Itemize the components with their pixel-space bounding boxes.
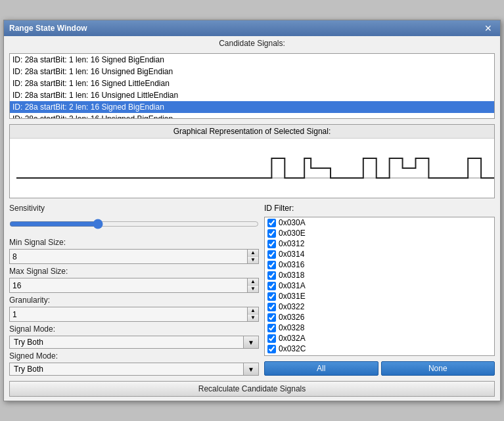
id-filter-checkbox[interactable]: [267, 219, 276, 227]
id-filter-item[interactable]: 0x031A: [265, 280, 494, 291]
id-filter-checkbox[interactable]: [267, 282, 276, 290]
max-signal-down-button[interactable]: ▼: [248, 286, 258, 292]
min-signal-row: Min Signal Size: ▲ ▼: [9, 238, 259, 264]
id-filter-item[interactable]: 0x0318: [265, 270, 494, 280]
id-filter-item[interactable]: 0x031E: [265, 291, 494, 301]
signed-mode-input[interactable]: [10, 363, 243, 375]
granularity-spin-buttons: ▲ ▼: [247, 307, 258, 321]
signal-mode-label: Signal Mode:: [9, 324, 259, 334]
id-filter-item-label: 0x0326: [279, 313, 304, 322]
signed-mode-dropdown-button[interactable]: ▼: [243, 363, 258, 375]
window-title: Range State Window: [9, 24, 87, 33]
filter-buttons: All None: [264, 361, 495, 376]
id-filter-item[interactable]: 0x030E: [265, 228, 494, 238]
max-signal-label: Max Signal Size:: [9, 267, 259, 277]
max-signal-up-button[interactable]: ▲: [248, 278, 258, 286]
id-filter-item[interactable]: 0x030A: [265, 217, 494, 228]
id-filter-item-label: 0x030A: [279, 218, 306, 227]
id-filter-item-label: 0x032C: [279, 344, 306, 353]
id-filter-checkbox[interactable]: [267, 324, 276, 332]
graphical-section: Graphical Representation of Selected Sig…: [9, 124, 495, 198]
id-filter-checkbox[interactable]: [267, 334, 276, 343]
max-signal-spin-buttons: ▲ ▼: [247, 278, 258, 292]
min-signal-up-button[interactable]: ▲: [248, 250, 258, 257]
id-filter-label: ID Filter:: [264, 204, 495, 213]
granularity-input[interactable]: [10, 307, 247, 321]
id-filter-item-label: 0x0322: [279, 302, 304, 311]
left-controls: Sensitivity Min Signal Size: ▲ ▼ Max: [9, 204, 259, 376]
id-filter-item-label: 0x031A: [279, 281, 306, 290]
sensitivity-label: Sensitivity: [9, 204, 259, 213]
close-button[interactable]: ✕: [482, 23, 495, 33]
sensitivity-row: Sensitivity: [9, 204, 259, 235]
sensitivity-slider[interactable]: [9, 217, 259, 231]
recalculate-button[interactable]: Recalculate Candidate Signals: [9, 381, 495, 397]
max-signal-row: Max Signal Size: ▲ ▼: [9, 267, 259, 293]
id-filter-checkbox[interactable]: [267, 303, 276, 311]
signal-mode-dropdown-button[interactable]: ▼: [243, 336, 258, 348]
signed-mode-row: Signed Mode: ▼: [9, 351, 259, 376]
candidate-item[interactable]: ID: 28a startBit: 1 len: 16 Signed Littl…: [10, 78, 494, 89]
id-filter-item-label: 0x0328: [279, 323, 304, 332]
signal-mode-input[interactable]: [10, 336, 243, 348]
right-controls: ID Filter: 0x030A0x030E0x03120x03140x031…: [264, 204, 495, 376]
recalculate-row: Recalculate Candidate Signals: [9, 381, 495, 397]
candidate-item[interactable]: ID: 28a startBit: 2 len: 16 Unsigned Big…: [10, 113, 494, 119]
min-signal-down-button[interactable]: ▼: [248, 257, 258, 263]
id-filter-item-label: 0x0312: [279, 239, 304, 248]
granularity-row: Granularity: ▲ ▼: [9, 296, 259, 322]
id-filter-item[interactable]: 0x0312: [265, 238, 494, 249]
signal-svg: [10, 139, 494, 198]
id-filter-item[interactable]: 0x032C: [265, 343, 494, 354]
candidate-item[interactable]: ID: 28a startBit: 1 len: 16 Unsigned Lit…: [10, 89, 494, 101]
min-signal-spinbox: ▲ ▼: [9, 249, 259, 264]
signal-mode-row: Signal Mode: ▼: [9, 324, 259, 349]
bottom-section: Sensitivity Min Signal Size: ▲ ▼ Max: [4, 201, 500, 378]
id-filter-item-label: 0x0316: [279, 260, 304, 269]
candidate-item[interactable]: ID: 28a startBit: 1 len: 16 Signed BigEn…: [10, 54, 494, 66]
min-signal-label: Min Signal Size:: [9, 238, 259, 248]
id-filter-item-label: 0x031E: [279, 292, 306, 301]
id-filter-checkbox[interactable]: [267, 271, 276, 280]
signal-mode-combobox: ▼: [9, 336, 259, 349]
sensitivity-slider-container: [9, 215, 259, 235]
id-filter-item[interactable]: 0x0314: [265, 249, 494, 259]
title-bar: Range State Window ✕: [4, 20, 500, 36]
min-signal-spin-buttons: ▲ ▼: [247, 250, 258, 263]
id-filter-item-label: 0x030E: [279, 229, 306, 238]
id-filter-checkbox[interactable]: [267, 313, 276, 322]
id-filter-item[interactable]: 0x032A: [265, 333, 494, 343]
id-filter-checkbox[interactable]: [267, 250, 276, 259]
candidate-signals-label: Candidate Signals:: [4, 36, 500, 51]
granularity-down-button[interactable]: ▼: [248, 315, 258, 321]
id-filter-item[interactable]: 0x0326: [265, 312, 494, 322]
main-window: Range State Window ✕ Candidate Signals: …: [3, 20, 501, 401]
signed-mode-label: Signed Mode:: [9, 351, 259, 361]
id-filter-item[interactable]: 0x0322: [265, 301, 494, 312]
none-button[interactable]: None: [381, 361, 495, 376]
max-signal-input[interactable]: [10, 278, 247, 292]
granularity-up-button[interactable]: ▲: [248, 307, 258, 315]
min-signal-input[interactable]: [10, 250, 247, 263]
id-filter-checkbox[interactable]: [267, 261, 276, 269]
graphical-title: Graphical Representation of Selected Sig…: [10, 125, 494, 139]
id-filter-item-label: 0x0314: [279, 250, 304, 259]
max-signal-spinbox: ▲ ▼: [9, 278, 259, 293]
id-filter-item-label: 0x0318: [279, 271, 304, 280]
candidate-item[interactable]: ID: 28a startBit: 2 len: 16 Signed BigEn…: [10, 101, 494, 113]
candidate-signals-list[interactable]: ID: 28a startBit: 1 len: 16 Signed BigEn…: [9, 53, 495, 119]
all-button[interactable]: All: [264, 361, 378, 376]
id-filter-checkbox[interactable]: [267, 345, 276, 353]
signal-canvas: [10, 139, 494, 198]
id-filter-checkbox[interactable]: [267, 240, 276, 248]
candidate-item[interactable]: ID: 28a startBit: 1 len: 16 Unsigned Big…: [10, 66, 494, 78]
granularity-label: Granularity:: [9, 296, 259, 305]
granularity-spinbox: ▲ ▼: [9, 307, 259, 322]
id-filter-item[interactable]: 0x0316: [265, 259, 494, 270]
id-filter-checkbox[interactable]: [267, 229, 276, 238]
id-filter-item[interactable]: 0x0328: [265, 322, 494, 333]
id-filter-item-label: 0x032A: [279, 334, 306, 343]
signed-mode-combobox: ▼: [9, 363, 259, 376]
id-filter-list[interactable]: 0x030A0x030E0x03120x03140x03160x03180x03…: [264, 217, 495, 356]
id-filter-checkbox[interactable]: [267, 292, 276, 301]
